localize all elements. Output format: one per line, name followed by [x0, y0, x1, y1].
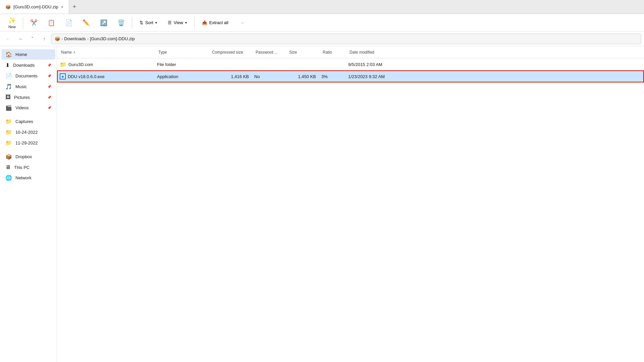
delete-button[interactable]: 🗑️ — [113, 18, 129, 28]
more-button[interactable]: ··· — [234, 19, 251, 26]
tab-title: [Guru3D.com]-DDU.zip — [13, 4, 58, 9]
col-header-name[interactable]: Name ∧ — [60, 46, 157, 58]
col-header-size[interactable]: Size — [288, 46, 321, 58]
up-button[interactable]: ↑ — [39, 34, 50, 44]
pictures-icon: 🖼 — [5, 94, 11, 100]
paste-icon: 📄 — [65, 19, 72, 26]
home-icon: 🏠 — [5, 51, 12, 58]
sidebar-item-network[interactable]: 🌐 Network — [1, 173, 55, 183]
view-button[interactable]: ☰ View ▾ — [163, 18, 192, 27]
videos-icon: 🎬 — [5, 105, 12, 111]
file-name-ddu: DDU v18.0.6.0.exe — [68, 74, 105, 79]
sidebar-item-this-pc-label: This PC — [14, 165, 51, 170]
file-ratio-exe: 3% — [321, 74, 348, 79]
tab-add-button[interactable]: + — [69, 2, 80, 12]
cut-button[interactable]: ✂️ — [26, 18, 42, 28]
this-pc-icon: 🖥 — [5, 164, 11, 170]
downloads-icon: ⬇ — [5, 62, 10, 68]
file-type-exe: Application — [157, 74, 211, 79]
file-name-guru3d: Guru3D.com — [68, 62, 93, 67]
sidebar-item-music-label: Music — [15, 84, 44, 89]
col-header-type[interactable]: Type — [157, 46, 211, 58]
up-icon: ↑ — [43, 36, 46, 42]
rename-button[interactable]: ✏️ — [78, 18, 94, 28]
breadcrumb-sep-1: › — [61, 36, 63, 41]
file-comp-exe: 1,416 KB — [211, 74, 254, 79]
sidebar-item-home[interactable]: 🏠 Home — [1, 49, 55, 60]
sidebar-item-dropbox-label: Dropbox — [15, 154, 51, 159]
copy-icon: 📋 — [48, 19, 55, 26]
sidebar-item-downloads[interactable]: ⬇ Downloads 📌 — [1, 60, 55, 70]
sidebar-item-10-24-2022[interactable]: 📁 10-24-2022 — [1, 127, 55, 137]
toolbar-separator-3 — [194, 17, 195, 29]
file-list: 📁 Guru3D.com File folder 9/5/2015 2:03 A… — [57, 58, 644, 362]
sidebar-item-11-29-label: 11-29-2022 — [15, 140, 51, 145]
view-chevron-icon: ▾ — [185, 21, 187, 24]
breadcrumb-downloads[interactable]: Downloads — [64, 36, 86, 41]
sidebar-item-10-24-label: 10-24-2022 — [15, 130, 51, 135]
toolbar-separator-1 — [23, 17, 23, 29]
copy-button[interactable]: 📋 — [43, 18, 59, 28]
cut-icon: ✂️ — [30, 19, 38, 26]
breadcrumb[interactable]: 📦 › Downloads › [Guru3D.com]-DDU.zip — [51, 34, 641, 44]
tab-bar: 📦 [Guru3D.com]-DDU.zip × + — [0, 0, 644, 14]
tab-close-button[interactable]: × — [61, 5, 63, 9]
sidebar-item-11-29-2022[interactable]: 📁 11-29-2022 — [1, 138, 55, 148]
col-header-ratio[interactable]: Ratio — [321, 46, 348, 58]
chevron-down-icon: ˅ — [31, 36, 34, 42]
folder-10-24-icon: 📁 — [5, 129, 12, 135]
paste-button[interactable]: 📄 — [61, 18, 77, 28]
sidebar-item-pictures-label: Pictures — [14, 95, 44, 100]
new-icon: ✨ — [8, 17, 16, 24]
table-row[interactable]: 📁 Guru3D.com File folder 9/5/2015 2:03 A… — [57, 58, 644, 70]
col-header-compressed-size[interactable]: Compressed size — [211, 46, 254, 58]
sidebar-item-network-label: Network — [15, 175, 51, 180]
sidebar-item-this-pc[interactable]: 🖥 This PC — [1, 162, 55, 172]
exe-icon: ▣ — [60, 73, 66, 79]
downloads-pin-icon: 📌 — [47, 63, 51, 67]
back-button[interactable]: ← — [3, 34, 13, 44]
sidebar-item-videos[interactable]: 🎬 Videos 📌 — [1, 103, 55, 113]
toolbar: ✨ New ✂️ 📋 📄 ✏️ ↗️ 🗑️ ⇅ Sort ▾ ☰ View ▾ … — [0, 14, 644, 32]
toolbar-separator-2 — [132, 17, 132, 29]
sidebar-item-videos-label: Videos — [15, 105, 44, 110]
documents-pin-icon: 📌 — [47, 74, 51, 78]
sidebar-item-documents-label: Documents — [15, 73, 44, 78]
sidebar-item-music[interactable]: 🎵 Music 📌 — [1, 81, 55, 92]
forward-icon: → — [18, 36, 22, 42]
videos-pin-icon: 📌 — [47, 106, 51, 110]
rename-icon: ✏️ — [83, 19, 90, 26]
file-type-folder: File folder — [157, 62, 211, 67]
sort-chevron-icon: ▾ — [155, 21, 157, 24]
delete-icon: 🗑️ — [117, 19, 125, 26]
sidebar-item-pictures[interactable]: 🖼 Pictures 📌 — [1, 92, 55, 102]
col-header-password[interactable]: Password ... — [254, 46, 288, 58]
sort-icon: ⇅ — [140, 20, 143, 25]
table-row[interactable]: ▣ DDU v18.0.6.0.exe Application 1,416 KB… — [57, 70, 644, 82]
breadcrumb-zip[interactable]: [Guru3D.com]-DDU.zip — [90, 36, 135, 41]
new-button[interactable]: ✨ New — [4, 15, 20, 30]
pictures-pin-icon: 📌 — [47, 96, 51, 99]
share-icon: ↗️ — [100, 19, 107, 26]
main-layout: 🏠 Home ⬇ Downloads 📌 📄 Documents 📌 🎵 Mus… — [0, 46, 644, 362]
sidebar-item-documents[interactable]: 📄 Documents 📌 — [1, 71, 55, 81]
music-pin-icon: 📌 — [47, 85, 51, 88]
documents-icon: 📄 — [5, 73, 12, 79]
file-date-folder: 9/5/2015 2:03 AM — [348, 62, 641, 67]
back-icon: ← — [6, 36, 10, 42]
forward-button[interactable]: → — [15, 34, 25, 44]
sort-button[interactable]: ⇅ Sort ▾ — [135, 18, 162, 27]
sidebar-item-dropbox[interactable]: 📦 Dropbox — [1, 152, 55, 162]
file-size-exe: 1,450 KB — [288, 74, 321, 79]
share-button[interactable]: ↗️ — [96, 18, 112, 28]
extract-all-button[interactable]: 📤 Extract all — [197, 18, 233, 27]
tab-zip-icon: 📦 — [5, 4, 11, 9]
captures-icon: 📁 — [5, 118, 12, 125]
breadcrumb-sep-2: › — [87, 36, 89, 41]
sidebar-item-captures[interactable]: 📁 Captures — [1, 116, 55, 127]
sidebar: 🏠 Home ⬇ Downloads 📌 📄 Documents 📌 🎵 Mus… — [0, 46, 57, 362]
col-header-date-modified[interactable]: Date modified — [348, 46, 641, 58]
active-tab[interactable]: 📦 [Guru3D.com]-DDU.zip × — [0, 0, 69, 14]
network-icon: 🌐 — [5, 175, 12, 181]
expand-button[interactable]: ˅ — [27, 34, 38, 44]
